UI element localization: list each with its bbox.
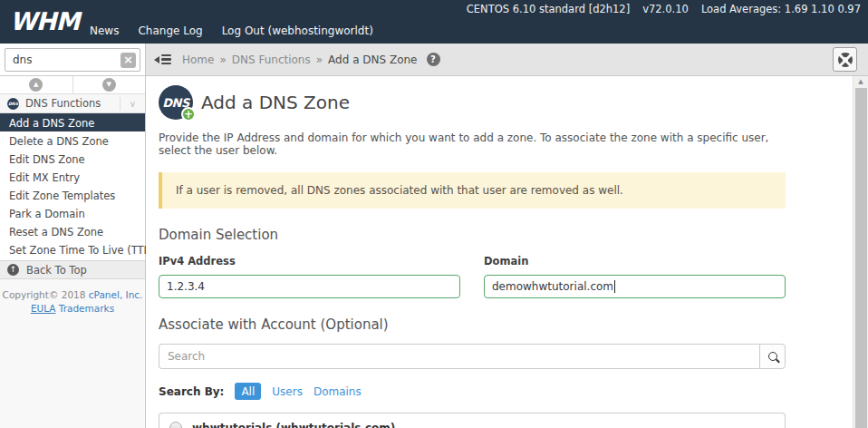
search-button[interactable] (759, 344, 786, 369)
scrollbar-thumb[interactable] (855, 88, 867, 428)
title-row: DNS + Add a DNS Zone (159, 85, 786, 120)
section-label: DNS Functions (25, 97, 113, 110)
domain-input[interactable]: demowhwtutorial.com (484, 275, 786, 298)
account-search-input[interactable] (159, 344, 759, 369)
search-by-label: Search By: (159, 385, 224, 398)
sidebar-search-input[interactable] (5, 49, 140, 71)
chevron-down-icon[interactable]: ∨ (120, 97, 138, 111)
sidebar-item-delete-a-dns-zone[interactable]: Delete a DNS Zone (0, 131, 145, 150)
breadcrumb: Home » DNS Functions » Add a DNS Zone ? (182, 53, 822, 66)
back-to-top-label: Back To Top (26, 264, 87, 277)
domain-label: Domain (484, 255, 786, 268)
sidebar-item-edit-zone-templates[interactable]: Edit Zone Templates (0, 186, 145, 204)
support-button[interactable] (833, 47, 857, 72)
copyright-text: Copyright© 2018 (3, 289, 89, 300)
breadcrumb-home[interactable]: Home (182, 54, 214, 66)
load-averages: Load Averages: 1.69 1.10 0.97 (701, 3, 861, 15)
help-icon[interactable]: ? (427, 53, 440, 66)
sidebar-search-box: × (5, 48, 140, 72)
nav-news[interactable]: News (90, 24, 119, 37)
ipv4-label: IPv4 Address (159, 255, 460, 268)
sidebar-item-set-zone-ttl[interactable]: Set Zone Time To Live (TTL) (0, 240, 145, 258)
copyright: Copyright© 2018 cPanel, Inc. EULA Tradem… (0, 279, 145, 428)
scroll-down-button[interactable]: ▼ (73, 76, 146, 93)
sidebar-item-edit-mx-entry[interactable]: Edit MX Entry (0, 168, 145, 186)
sidebar-item-reset-a-dns-zone[interactable]: Reset a DNS Zone (0, 222, 145, 240)
account-option[interactable]: whwtutorials (whwtutorials.com) (159, 413, 785, 428)
main-area: Home » DNS Functions » Add a DNS Zone ? … (146, 44, 868, 428)
radio-icon[interactable] (169, 422, 182, 428)
page-content: DNS + Add a DNS Zone Provide the IP Addr… (146, 76, 868, 428)
clear-search-icon[interactable]: × (121, 53, 136, 68)
sidebar-menu: Add a DNS Zone Delete a DNS Zone Edit DN… (0, 113, 145, 258)
ipv4-address-input[interactable] (159, 275, 460, 298)
sidebar-item-edit-dns-zone[interactable]: Edit DNS Zone (0, 150, 145, 168)
scrollbar-up-icon[interactable]: ▲ (854, 76, 868, 88)
top-bar: WHM News Change Log Log Out (webhostingw… (0, 0, 868, 44)
scroll-up-button[interactable]: ▲ (0, 76, 73, 93)
cpanel-link[interactable]: cPanel, Inc. (89, 289, 143, 300)
whm-app: WHM News Change Log Log Out (webhostingw… (0, 0, 868, 428)
life-ring-icon (838, 53, 853, 67)
back-to-top-button[interactable]: ↑ Back To Top (0, 260, 145, 279)
arrow-down-icon: ▼ (102, 78, 116, 92)
search-icon (768, 352, 777, 361)
search-by-row: Search By: All Users Domains (159, 383, 786, 400)
whm-version: v72.0.10 (642, 3, 689, 15)
sidebar-search-row: × (0, 44, 145, 76)
domain-selection-heading: Domain Selection (159, 227, 786, 243)
account-search-group (159, 344, 786, 369)
sidebar-item-add-a-dns-zone[interactable]: Add a DNS Zone (0, 113, 145, 131)
breadcrumb-dns-functions[interactable]: DNS Functions (232, 54, 311, 66)
plus-badge-icon: + (181, 107, 196, 122)
sidebar-section-dns-functions[interactable]: DNS DNS Functions ∨ (0, 94, 145, 113)
domain-selection-form: IPv4 Address Domain demowhwtutorial.com (159, 255, 786, 298)
server-info: CENTOS 6.10 standard [d2h12] v72.0.10 Lo… (467, 3, 861, 15)
collapse-sidebar-icon[interactable] (154, 54, 171, 65)
eula-link[interactable]: EULA (31, 303, 56, 314)
filter-users[interactable]: Users (272, 385, 303, 398)
text-cursor (614, 280, 615, 293)
breadcrumb-bar: Home » DNS Functions » Add a DNS Zone ? (146, 44, 868, 76)
domain-field: Domain demowhwtutorial.com (484, 255, 786, 298)
arrow-up-icon: ▲ (29, 78, 43, 92)
whm-logo[interactable]: WHM (10, 7, 79, 35)
server-os: CENTOS 6.10 standard [d2h12] (467, 3, 630, 15)
account-option-label: whwtutorials (whwtutorials.com) (192, 422, 395, 428)
ipv4-field: IPv4 Address (159, 255, 460, 298)
sidebar-nav-arrows: ▲ ▼ (0, 76, 145, 94)
nav-change-log[interactable]: Change Log (138, 24, 202, 37)
trademarks-link[interactable]: Trademarks (59, 303, 114, 314)
nav-log-out[interactable]: Log Out (webhostingworldt) (222, 24, 373, 37)
breadcrumb-current: Add a DNS Zone (328, 54, 417, 66)
arrow-up-circle-icon: ↑ (7, 264, 19, 276)
warning-callout: If a user is removed, all DNS zones asso… (159, 172, 786, 209)
domain-input-value: demowhwtutorial.com (492, 280, 613, 293)
warning-text: If a user is removed, all DNS zones asso… (176, 184, 623, 197)
breadcrumb-separator: » (219, 54, 226, 66)
sidebar: × ▲ ▼ DNS DNS Functions ∨ Add a DNS Zone… (0, 44, 146, 428)
associate-heading: Associate with Account (Optional) (159, 316, 786, 333)
sidebar-item-park-a-domain[interactable]: Park a Domain (0, 204, 145, 222)
account-list: whwtutorials (whwtutorials.com) (159, 413, 786, 428)
page-title: Add a DNS Zone (201, 92, 350, 113)
breadcrumb-separator: » (316, 54, 323, 66)
page-description: Provide the IP Address and domain for wh… (159, 131, 786, 157)
filter-domains[interactable]: Domains (313, 385, 362, 398)
dns-zone-icon: DNS + (159, 85, 193, 120)
top-nav: News Change Log Log Out (webhostingworld… (90, 24, 373, 37)
scrollbar[interactable]: ▲ (853, 76, 868, 428)
dns-globe-icon: DNS (7, 98, 19, 110)
filter-all[interactable]: All (235, 383, 261, 400)
